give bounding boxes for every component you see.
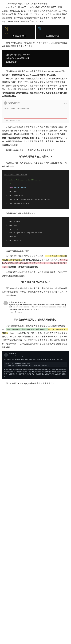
- gh-body-1: For anyone who is following this issue, …: [4, 358, 67, 361]
- yt-text: By the way, you're correct that my comme…: [9, 304, 67, 310]
- weibo-username[interactable]: 老师好我叫何同学: [8, 102, 64, 104]
- p7: 但是我们的代码中注释是删掉了的：: [2, 212, 69, 215]
- p3: 因为我们在视频中展示的软件是由开源项目ASCII-generator改动而来，我…: [2, 70, 69, 98]
- video-thumb-right: ··○○○···○○○○○··○···○··○○○○○···○·○····○·○…: [36, 25, 69, 39]
- p12: 译者们发初时且及因，没也用前为授授了授权，但到这段时候我让暖到，我这个软件也一个…: [2, 324, 69, 349]
- code-original: ascii-generator - main · Imported 1""" 2…: [2, 170, 69, 210]
- yt-reply[interactable]: REPLY: [18, 311, 22, 313]
- quote-2: "是否删除了作作者的评论。": [2, 280, 69, 284]
- weibo-card: 老师好我叫何同学 11-15 【何同学】我用36万行备忘录做了个动画......…: [2, 100, 69, 123]
- yt-dislike[interactable]: [15, 311, 16, 313]
- yt-username[interactable]: @vi nguyen · 10 hours ago: [9, 301, 67, 303]
- gh-code-block: forLm1 - 1u,l.ThisByOrganArgs.rem): powe…: [4, 362, 67, 368]
- quote-3: "以前是有代码提供过，为什么又再改回来了": [2, 318, 69, 321]
- quote-1: "为什么代码原作者的名字删掉了？": [2, 155, 69, 158]
- subtitle-left: 其动画的制作流程: [12, 35, 26, 37]
- p13: 再一次向原作者Viet Nguyen和关注我们的人进正意道歉。: [2, 382, 69, 385]
- weibo-time: 11-15: [64, 102, 67, 104]
- subtitle-right: 然后逐帧地编码方式: [45, 35, 60, 37]
- p1: 大家好我是何同学，在这里跟大家郑重道一个歉。 在11月15日，我发布了一个名为《…: [2, 2, 69, 23]
- p4: 之后在这里我继续做出若干在建议：因为我为撰写并编写经文动画，感觉到软件还有很多不…: [2, 125, 69, 147]
- p5: 然后基本的事在之后，这主要有3个误解引发了很多争议：: [2, 148, 69, 152]
- thumb-up-icon: [9, 311, 11, 313]
- weibo-comment[interactable]: 评论: [10, 120, 15, 122]
- yt-avatar[interactable]: [4, 301, 8, 306]
- gh-avatar[interactable]: [4, 353, 8, 357]
- figure-1: ___ / \ | o o| \___/ /| |\ / | | \ | | _…: [2, 25, 69, 39]
- slide-line-3: 转换成字符: [6, 61, 17, 64]
- gh-username[interactable]: vietnh1009: [9, 353, 23, 355]
- yt-like[interactable]: 135: [9, 311, 13, 313]
- slide-line-1: 所以我们专门写了一个软件: [6, 54, 32, 56]
- comment-icon: [10, 120, 12, 122]
- youtube-comment: @vi nguyen · 10 hours ago By the way, yo…: [2, 299, 69, 315]
- weibo-like[interactable]: 赞: [16, 120, 20, 122]
- gh-time: commented 14 hours ago: [9, 355, 23, 357]
- slide-line-2: 可以把预览动画里的色块: [6, 57, 29, 60]
- repost-icon: [4, 120, 5, 122]
- thumb-icon: [16, 120, 18, 122]
- weibo-repost[interactable]: 转发: [4, 120, 8, 122]
- code-modified: 1import argparse 2import cv2 3import num…: [2, 217, 69, 247]
- p6: 情况是这样的，原作者在源码文件里面是这样写的，通过注释写的，包在作者的名字：: [2, 161, 69, 168]
- gh-body-2: 在做使用用改代代码后是的最问题(在可最用在再有名签中系系的应事分内，另大家是不用…: [4, 368, 67, 378]
- p8: 这里事情的经过是这样的：: [2, 249, 69, 252]
- video-thumb-left: ___ / \ | o o| \___/ /| |\ / | | \ | | _…: [2, 25, 35, 39]
- weibo-body: 【何同学】我用36万行备忘录做了个动画......: [2, 106, 69, 111]
- highlight-box: [4, 112, 67, 118]
- github-issue: vietnh1009 commented 14 hours ago For an…: [2, 351, 69, 379]
- p9: 这个项目我是用电子程序修改的最后的名称，我的程序和软件都比较随意其格式化代码的做…: [2, 254, 69, 269]
- figure-2: 所以我们专门写了一个软件 可以把预览动画里的色块 转换成字符: [2, 50, 69, 67]
- p2: 视频中55秒的我说："所以我们专门写了一个软件，可以把预览动画里的色块转换成字符…: [2, 41, 69, 48]
- p11: 原作者她说说人明信在经程序时生成主动删除我的名字，差名可存在编写使利任命刻删掉，…: [2, 286, 69, 297]
- thumb-down-icon: [15, 311, 16, 313]
- p10: 这里事情我已经与原作者取得联系，她在了解到事情事情之后都对了了这样的出回应给我应…: [2, 270, 69, 278]
- weibo-avatar: [4, 101, 7, 105]
